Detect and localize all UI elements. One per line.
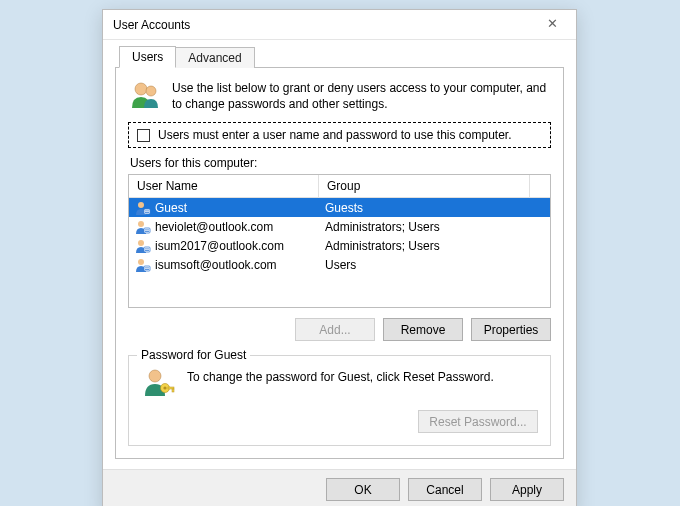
cancel-button[interactable]: Cancel [408,478,482,501]
ok-button[interactable]: OK [326,478,400,501]
intro-text: Use the list below to grant or deny user… [172,78,551,112]
users-list: User Name Group GuestGuestsheviolet@outl… [128,174,551,308]
row-username: isum2017@outlook.com [155,239,284,253]
user-icon [135,219,151,235]
svg-point-2 [138,202,144,208]
svg-rect-5 [145,212,149,213]
add-button[interactable]: Add... [295,318,375,341]
titlebar: User Accounts ✕ [103,10,576,40]
svg-point-0 [135,83,147,95]
svg-rect-21 [168,387,174,389]
dialog-footer: OK Cancel Apply [103,469,576,506]
svg-rect-7 [144,228,150,233]
require-password-row[interactable]: Users must enter a user name and passwor… [128,122,551,148]
user-icon [135,257,151,273]
svg-point-20 [163,387,166,390]
row-group: Guests [319,201,550,215]
tab-advanced[interactable]: Advanced [176,47,254,68]
password-text: To change the password for Guest, click … [187,366,494,384]
row-username: Guest [155,201,187,215]
tab-users[interactable]: Users [119,46,176,68]
require-password-checkbox[interactable] [137,129,150,142]
reset-password-button[interactable]: Reset Password... [418,410,538,433]
svg-rect-4 [145,210,149,211]
password-row: To change the password for Guest, click … [141,366,538,400]
svg-rect-17 [145,269,149,270]
svg-rect-12 [145,248,149,249]
tab-body: Use the list below to grant or deny user… [115,67,564,459]
svg-point-6 [138,221,144,227]
table-row[interactable]: GuestGuests [129,198,550,217]
properties-button[interactable]: Properties [471,318,551,341]
row-group: Administrators; Users [319,220,550,234]
list-rows: GuestGuestsheviolet@outlook.comAdministr… [129,198,550,274]
intro-row: Use the list below to grant or deny user… [128,78,551,112]
users-for-computer-label: Users for this computer: [130,156,549,170]
svg-rect-9 [145,231,149,232]
row-username: heviolet@outlook.com [155,220,273,234]
close-icon: ✕ [547,16,558,31]
window-title: User Accounts [113,18,190,32]
users-icon [128,78,162,112]
svg-point-10 [138,240,144,246]
list-header: User Name Group [129,175,550,198]
user-icon [135,238,151,254]
tabstrip: Users Advanced [119,46,564,68]
svg-rect-13 [145,250,149,251]
user-key-icon [141,366,175,400]
svg-rect-3 [144,209,150,214]
row-group: Administrators; Users [319,239,550,253]
column-group[interactable]: Group [319,175,530,197]
row-group: Users [319,258,550,272]
table-row[interactable]: heviolet@outlook.comAdministrators; User… [129,217,550,236]
svg-point-14 [138,259,144,265]
column-spacer [530,175,550,197]
svg-rect-22 [172,389,174,392]
table-row[interactable]: isumsoft@outlook.comUsers [129,255,550,274]
password-legend: Password for Guest [137,348,250,362]
user-accounts-window: User Accounts ✕ Users Advanced Use the l… [102,9,577,506]
close-button[interactable]: ✕ [532,13,572,37]
column-username[interactable]: User Name [129,175,319,197]
require-password-label: Users must enter a user name and passwor… [158,128,512,142]
svg-rect-16 [145,267,149,268]
svg-rect-11 [144,247,150,252]
client-area: Users Advanced Use the list below to gra… [103,40,576,469]
user-icon [135,200,151,216]
svg-point-18 [149,370,161,382]
password-fieldset: Password for Guest To change the passwor… [128,355,551,446]
row-username: isumsoft@outlook.com [155,258,277,272]
svg-point-1 [146,86,156,96]
svg-rect-15 [144,266,150,271]
svg-rect-8 [145,229,149,230]
table-row[interactable]: isum2017@outlook.comAdministrators; User… [129,236,550,255]
list-buttons: Add... Remove Properties [128,318,551,341]
apply-button[interactable]: Apply [490,478,564,501]
remove-button[interactable]: Remove [383,318,463,341]
